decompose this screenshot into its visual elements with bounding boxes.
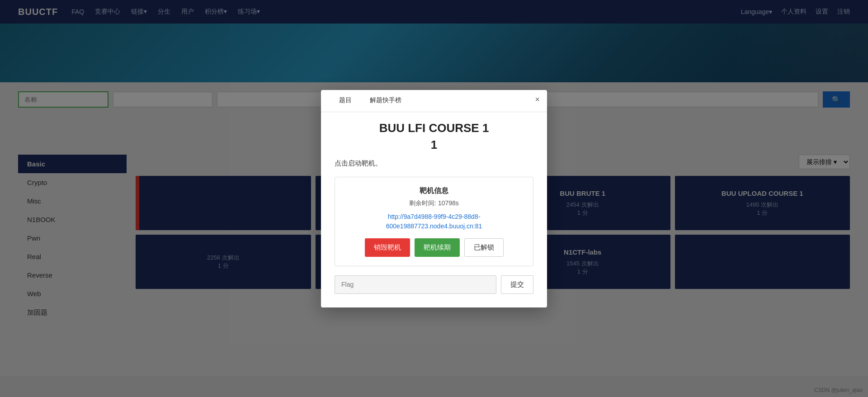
modal: 题目 解题快手榜 × BUU LFI COURSE 1 1 点击启动靶机。 靶机… — [321, 90, 547, 307]
submit-flag-button[interactable]: 提交 — [501, 275, 533, 294]
tab-problem[interactable]: 题目 — [330, 90, 361, 112]
modal-close-button[interactable]: × — [535, 95, 540, 104]
unlocked-button[interactable]: 已解锁 — [464, 238, 504, 257]
modal-subtitle: 1 — [335, 138, 533, 152]
target-link[interactable]: http://9a7d4988-99f9-4c29-88d8-600e19887… — [344, 212, 524, 231]
renew-target-button[interactable]: 靶机续期 — [415, 238, 460, 257]
modal-description: 点击启动靶机。 — [335, 159, 533, 168]
destroy-target-button[interactable]: 销毁靶机 — [365, 238, 410, 257]
target-info-box: 靶机信息 剩余时间: 10798s http://9a7d4988-99f9-4… — [335, 177, 533, 266]
target-time: 剩余时间: 10798s — [344, 199, 524, 208]
target-box-title: 靶机信息 — [344, 186, 524, 196]
modal-overlay[interactable]: 题目 解题快手榜 × BUU LFI COURSE 1 1 点击启动靶机。 靶机… — [0, 0, 868, 397]
flag-area: 提交 — [335, 275, 533, 294]
modal-tabs: 题目 解题快手榜 × — [321, 90, 547, 112]
flag-input[interactable] — [335, 275, 496, 294]
target-actions: 销毁靶机 靶机续期 已解锁 — [344, 238, 524, 257]
modal-body: BUU LFI COURSE 1 1 点击启动靶机。 靶机信息 剩余时间: 10… — [321, 112, 547, 307]
modal-title: BUU LFI COURSE 1 — [335, 121, 533, 135]
tab-leaderboard[interactable]: 解题快手榜 — [361, 90, 410, 112]
